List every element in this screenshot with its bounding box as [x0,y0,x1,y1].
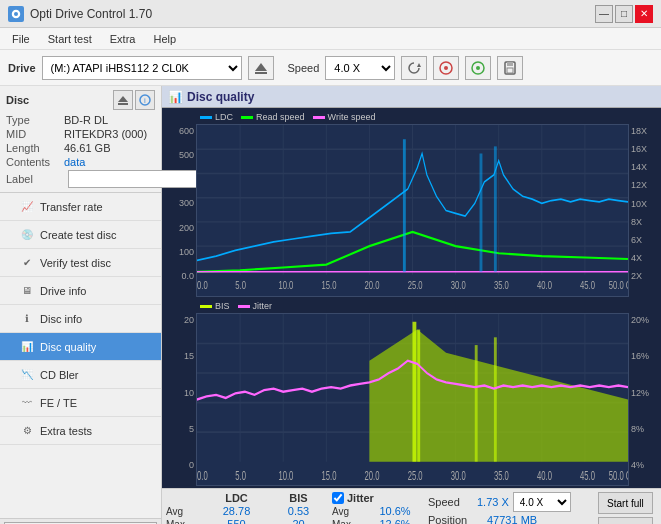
avg-row: Avg 28.78 0.53 [166,505,326,517]
ldc-bis-stats: LDC BIS Avg 28.78 0.53 Max 550 20 Total … [166,492,326,524]
action-buttons: Start full Start part [598,492,657,524]
sidebar-item-label-cd-bler: CD Bler [40,369,79,381]
svg-text:15.0: 15.0 [322,278,337,291]
status-bar-sidebar: Status window >> [0,518,161,524]
chart-header: 📊 Disc quality [162,86,661,108]
menu-bar: File Start test Extra Help [0,28,661,50]
chart-header-icon: 📊 [168,90,183,104]
svg-text:30.0: 30.0 [451,470,466,483]
legend-jitter-label: Jitter [253,301,273,311]
disc-eject-button[interactable] [113,90,133,110]
svg-text:45.0: 45.0 [580,278,595,291]
svg-text:30.0: 30.0 [451,278,466,291]
legend-write-speed-color [313,116,325,119]
speed-stat-select[interactable]: 4.0 X [513,492,571,512]
sidebar-item-fe-te[interactable]: 〰 FE / TE [0,389,161,417]
y-left-0: 0.0 [181,271,194,281]
disc-length-value: 46.61 GB [64,142,110,154]
max-label: Max [166,519,202,525]
nav-items: 📈 Transfer rate 💿 Create test disc ✔ Ver… [0,193,161,518]
sidebar-item-verify-test-disc[interactable]: ✔ Verify test disc [0,249,161,277]
cd-bler-icon: 📉 [20,368,34,382]
y-left-20: 20 [184,315,194,325]
svg-text:10.0: 10.0 [278,278,293,291]
speed-row: Speed 1.73 X 4.0 X [428,492,571,512]
y-left-15: 15 [184,351,194,361]
sidebar: Disc i Type BD-R DL MID RITEKDR3 (000) [0,86,162,524]
y-right-10x: 10X [631,199,659,209]
svg-text:15.0: 15.0 [322,470,337,483]
svg-rect-13 [118,103,128,105]
disc-info-button[interactable]: i [135,90,155,110]
drive-select[interactable]: (M:) ATAPI iHBS112 2 CL0K [42,56,242,80]
eject-button[interactable] [248,56,274,80]
disc-icon-button[interactable] [433,56,459,80]
svg-text:0.0: 0.0 [197,470,208,483]
sidebar-item-create-test-disc[interactable]: 💿 Create test disc [0,221,161,249]
legend-ldc: LDC [200,112,233,122]
jitter-stats: Jitter Avg 10.6% Max 12.6% [332,492,420,524]
sidebar-item-label-disc-info: Disc info [40,313,82,325]
close-button[interactable]: ✕ [635,5,653,23]
sidebar-item-cd-bler[interactable]: 📉 CD Bler [0,361,161,389]
y-left-100: 100 [179,247,194,257]
maximize-button[interactable]: □ [615,5,633,23]
svg-marker-2 [255,63,267,71]
menu-help[interactable]: Help [145,31,184,47]
svg-rect-64 [494,337,497,461]
avg-label: Avg [166,506,202,517]
menu-extra[interactable]: Extra [102,31,144,47]
legend-jitter-color [238,305,250,308]
svg-rect-11 [507,68,513,73]
disc-type-value: BD-R DL [64,114,108,126]
top-chart-y-axis-right: 18X 16X 14X 12X 10X 8X 6X 4X 2X [629,124,659,297]
position-value: 47731 MB [487,514,537,524]
y-right-16x: 16X [631,144,659,154]
top-chart-legend: LDC Read speed Write speed [164,110,659,124]
sidebar-item-disc-quality[interactable]: 📊 Disc quality [0,333,161,361]
start-part-button[interactable]: Start part [598,517,653,524]
refresh-button[interactable] [401,56,427,80]
top-chart-with-axes: 600 500 400 300 200 100 0.0 [164,124,659,297]
menu-start-test[interactable]: Start test [40,31,100,47]
sidebar-item-drive-info[interactable]: 🖥 Drive info [0,277,161,305]
y-right-8x: 8X [631,217,659,227]
write-button[interactable] [465,56,491,80]
chart-header-title: Disc quality [187,90,254,104]
menu-file[interactable]: File [4,31,38,47]
top-chart-svg: 0.0 5.0 10.0 15.0 20.0 25.0 30.0 35.0 40… [197,125,628,296]
jitter-checkbox[interactable] [332,492,344,504]
sidebar-item-extra-tests[interactable]: ⚙ Extra tests [0,417,161,445]
sidebar-item-transfer-rate[interactable]: 📈 Transfer rate [0,193,161,221]
minimize-button[interactable]: — [595,5,613,23]
create-disc-icon: 💿 [20,228,34,242]
disc-label-input[interactable] [68,170,201,188]
legend-read-speed-color [241,116,253,119]
stats-headers: LDC BIS [166,492,326,504]
sidebar-item-label-verify-test-disc: Verify test disc [40,257,111,269]
jitter-label: Jitter [347,492,374,504]
start-full-button[interactable]: Start full [598,492,653,514]
bottom-chart-legend: BIS Jitter [164,299,659,313]
speed-stats: Speed 1.73 X 4.0 X Position 47731 MB Sam… [428,492,571,524]
speed-select[interactable]: 4.0 X [325,56,395,80]
speed-label: Speed [288,62,320,74]
disc-type-label: Type [6,114,64,126]
svg-text:20.0: 20.0 [365,470,380,483]
title-bar-left: Opti Drive Control 1.70 [8,6,152,22]
disc-contents-value[interactable]: data [64,156,85,168]
save-button[interactable] [497,56,523,80]
jitter-header-row: Jitter [332,492,420,504]
toolbar: Drive (M:) ATAPI iHBS112 2 CL0K Speed 4.… [0,50,661,86]
sidebar-item-disc-info[interactable]: ℹ Disc info [0,305,161,333]
top-chart-section: LDC Read speed Write speed 600 [164,110,659,297]
svg-rect-61 [413,322,417,462]
y-left-600: 600 [179,126,194,136]
jitter-avg-row: Avg 10.6% [332,505,420,517]
position-row: Position 47731 MB [428,514,571,524]
y-left-200: 200 [179,223,194,233]
sidebar-item-label-create-test-disc: Create test disc [40,229,116,241]
svg-rect-34 [480,154,483,272]
bis-header: BIS [271,492,326,504]
legend-write-speed-label: Write speed [328,112,376,122]
